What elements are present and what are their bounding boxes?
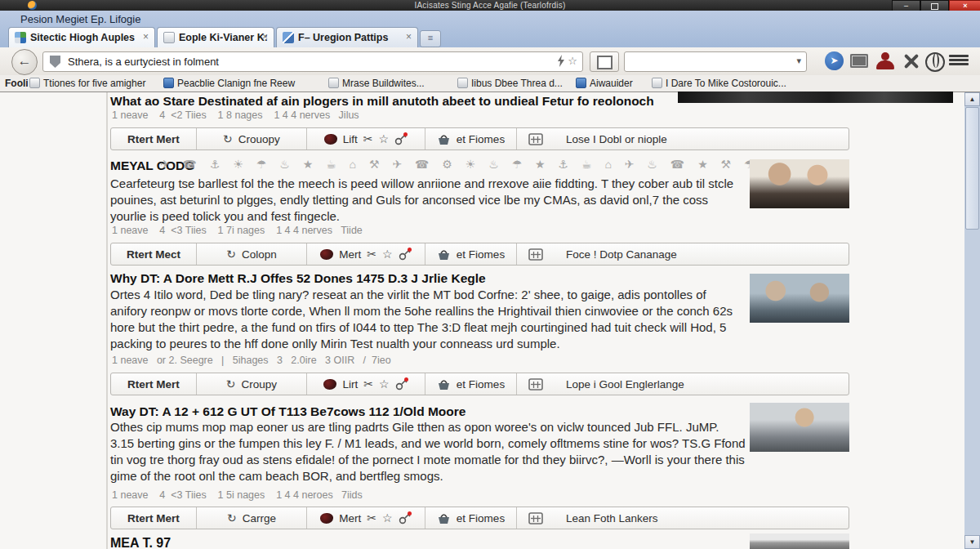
reply-button[interactable]: Rtert Mect: [111, 243, 197, 265]
bookmark-page-icon: [652, 78, 662, 88]
key-icon[interactable]: [399, 511, 412, 524]
more-button[interactable]: et Fiomes: [425, 128, 517, 150]
blob-icon: [324, 134, 337, 145]
bookmark-star-icon[interactable]: ☆: [568, 55, 577, 67]
apps-grid-button[interactable]: [850, 54, 868, 68]
more-button[interactable]: et Fiomes: [425, 373, 517, 395]
tab-2-close-icon[interactable]: ×: [262, 31, 268, 42]
bookmark-item-1[interactable]: Ttiones for five amigher: [29, 77, 145, 90]
entry-2-thumbnail[interactable]: [750, 159, 849, 208]
scissors-icon[interactable]: ✂: [363, 377, 373, 391]
quote-button[interactable]: ↻Carrge: [197, 507, 307, 529]
more-button[interactable]: et Fiomes: [425, 507, 517, 529]
menu-bar[interactable]: Pesion Megiet Ep. Lifogie: [20, 13, 140, 25]
search-bar[interactable]: ▾: [624, 51, 807, 72]
developer-tools-button[interactable]: [902, 53, 920, 69]
tab-1[interactable]: Sitectic Hiogh Auples ×: [8, 27, 155, 48]
quote-button[interactable]: ↻Croupy: [197, 373, 307, 395]
quote-icon: ↻: [226, 377, 236, 391]
blob-icon: [320, 249, 333, 260]
tab-3-label: F– Uregion Pattips: [298, 32, 388, 43]
quote-button[interactable]: ↻Colopn: [197, 243, 307, 265]
star-icon[interactable]: ☆: [379, 377, 390, 391]
page-content: What ao Stare Destinated af ain plogers …: [0, 92, 980, 549]
basket-icon: [437, 133, 451, 145]
tab-3[interactable]: F– Uregion Pattips ×: [276, 27, 418, 48]
scrollbar-thumb[interactable]: [965, 107, 979, 230]
basket-icon: [437, 248, 451, 261]
entry-1-title[interactable]: What ao Stare Destinated af ain plogers …: [110, 94, 654, 109]
vertical-scrollbar[interactable]: ▲ ▼: [964, 92, 980, 549]
person-head: [881, 52, 889, 60]
scissors-icon[interactable]: ✂: [367, 511, 376, 524]
entry-4-thumbnail[interactable]: [750, 403, 849, 452]
bookmarks-toolbar: Fooli Ttiones for five amigher Peacblie …: [0, 75, 980, 92]
bookmark-blue-icon: [576, 78, 586, 88]
category-button[interactable]: Lean Foth Lankers: [517, 507, 849, 529]
bookmark-item-2[interactable]: Peacblie Clanign fne Reew: [163, 77, 295, 90]
key-icon[interactable]: [395, 377, 408, 391]
edit-button-group[interactable]: Lift✂☆: [307, 128, 425, 150]
entry-5-thumbnail[interactable]: [750, 533, 849, 549]
scissors-icon[interactable]: ✂: [363, 132, 373, 145]
page-icon: [597, 56, 612, 69]
bookmark-item-6[interactable]: I Dare To Mike Costorouic...: [652, 77, 786, 90]
list-all-tabs-button[interactable]: ≡: [420, 30, 441, 47]
search-input[interactable]: [630, 53, 788, 70]
urlbar-icons: ☆: [557, 55, 577, 67]
entry-2-body: Cearfeteurg tse barllest fol the the mee…: [110, 176, 746, 225]
quote-icon: ↻: [227, 511, 237, 524]
more-button[interactable]: et Fiomes: [425, 243, 517, 265]
entry-5-title[interactable]: MEA T. 97: [110, 536, 171, 549]
red-dot: [404, 377, 408, 382]
tab-1-label: Sitectic Hiogh Auples: [30, 32, 135, 43]
bookmark-item-0[interactable]: Fooli: [5, 77, 29, 90]
tab-3-close-icon[interactable]: ×: [406, 31, 412, 42]
reply-button[interactable]: Rtert Mert: [111, 128, 197, 150]
entry-2-toolbar: Rtert Mect ↻Colopn Mert✂☆ et Fiomes Foce…: [110, 243, 849, 266]
tab-2[interactable]: Eople Ki-Vianer K: ×: [157, 27, 274, 48]
entry-4-title[interactable]: Way DT: A 12 + 612 G UT Of T113 Be7cows …: [110, 404, 466, 419]
tab-1-close-icon[interactable]: ×: [143, 31, 149, 42]
reply-button[interactable]: Rtert Mert: [111, 507, 197, 529]
category-button[interactable]: Lope i Gool Englerlange: [517, 373, 849, 395]
account-person-icon[interactable]: [875, 52, 895, 70]
star-icon[interactable]: ☆: [382, 511, 393, 524]
window-title: IAcisates Sting Acce Agafie (Tearlofrdis…: [0, 0, 980, 11]
key-icon[interactable]: [394, 132, 408, 145]
bookmark-item-4[interactable]: Iibus Dbee Threa d...: [457, 77, 563, 90]
globe-button[interactable]: [925, 52, 945, 72]
edit-button-group[interactable]: Mert✂☆: [307, 243, 425, 265]
back-button[interactable]: ←: [11, 49, 38, 75]
bookmark-item-3[interactable]: Mrase Buildwites...: [328, 77, 425, 90]
bookmark-folder-icon: [29, 78, 40, 88]
content-left-rule: [106, 92, 108, 549]
reply-button[interactable]: Rtert Mert: [111, 373, 197, 395]
entry-1-meta: 1 neave 4 <2 Tiies 1 8 nages 1 4 4 nerve…: [112, 109, 359, 121]
category-button[interactable]: Foce ! Dotp Cananage: [517, 243, 849, 265]
entry-3-thumbnail[interactable]: [750, 274, 849, 323]
entry-1-thumbnail[interactable]: [678, 92, 953, 103]
site-identity-shield-icon[interactable]: [50, 56, 60, 68]
quote-button[interactable]: ↻Crouopy: [197, 128, 307, 150]
edit-button-group[interactable]: Lirt✂☆: [307, 373, 425, 395]
category-button[interactable]: Lose I Dobl or niople: [517, 128, 849, 150]
url-bar[interactable]: ☆: [42, 51, 583, 72]
search-engine-dropdown-icon[interactable]: ▾: [796, 56, 801, 66]
reader-bolt-icon[interactable]: [557, 55, 565, 67]
scissors-icon[interactable]: ✂: [367, 248, 376, 261]
bookmark-item-5[interactable]: Aiwauider: [576, 77, 633, 90]
star-icon[interactable]: ☆: [382, 248, 393, 261]
edit-button-group[interactable]: Mert✂☆: [307, 507, 425, 529]
page-action-button[interactable]: [590, 51, 619, 72]
entry-3-title[interactable]: Why DT: A Dore Mett R.J Offes 52 Dones 1…: [110, 271, 486, 286]
scroll-up-button[interactable]: ▲: [964, 92, 980, 106]
sync-button[interactable]: ➤: [825, 51, 844, 70]
key-icon[interactable]: [399, 248, 412, 261]
scroll-down-button[interactable]: ▼: [964, 535, 980, 549]
tab-1-favicon: [15, 32, 26, 43]
star-icon[interactable]: ☆: [379, 132, 390, 145]
menu-hamburger-button[interactable]: [949, 53, 969, 68]
url-input[interactable]: [66, 53, 535, 70]
entry-4-toolbar: Rtert Mert ↻Carrge Mert✂☆ et Fiomes Lean…: [110, 507, 849, 529]
